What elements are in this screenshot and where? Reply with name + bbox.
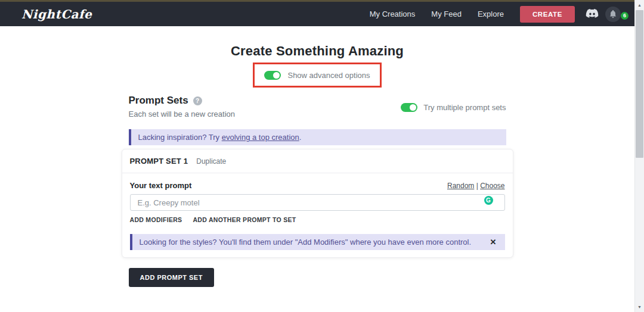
nav-link-my-creations[interactable]: My Creations — [370, 10, 416, 18]
page: NightCafe My Creations My Feed Explore C… — [0, 0, 634, 312]
close-icon[interactable]: ✕ — [489, 238, 498, 247]
advanced-options-label: Show advanced options — [287, 71, 370, 80]
styles-info-banner: Looking for the styles? You'll find them… — [130, 234, 505, 250]
add-modifiers-button[interactable]: ADD MODIFIERS — [130, 216, 182, 223]
prompt-set-card-header: PROMPT SET 1 Duplicate — [122, 149, 513, 173]
inspiration-text: Lacking inspiration? Try evolving a top … — [138, 133, 302, 142]
advanced-options-toggle[interactable] — [264, 71, 281, 80]
nightcafe-logo[interactable]: NightCafe — [21, 7, 92, 21]
prompt-label: Your text prompt — [130, 181, 192, 190]
prompt-sets-header: Prompt Sets ? Each set will be a new cre… — [129, 95, 506, 118]
evolve-top-creation-link[interactable]: evolving a top creation — [222, 133, 299, 142]
prompt-input-wrap: G — [130, 194, 505, 211]
multi-prompt-toggle-row: Try multiple prompt sets — [401, 103, 506, 112]
prompt-actions-row: ADD MODIFIERS ADD ANOTHER PROMPT TO SET — [130, 216, 505, 223]
nav-icons: 6 — [584, 7, 626, 22]
prompt-label-row: Your text prompt Random | Choose — [130, 181, 505, 190]
create-button[interactable]: CREATE — [520, 6, 575, 23]
scrollbar-down-icon[interactable]: ▼ — [635, 302, 644, 312]
inspiration-banner: Lacking inspiration? Try evolving a top … — [129, 129, 506, 145]
duplicate-link[interactable]: Duplicate — [196, 157, 226, 166]
nav-links: My Creations My Feed Explore — [370, 10, 504, 18]
notifications-bell-icon[interactable] — [605, 7, 621, 22]
prompt-links: Random | Choose — [447, 182, 505, 190]
scrollbar-thumb[interactable] — [636, 10, 643, 158]
prompt-set-card-body: Your text prompt Random | Choose G ADD M… — [122, 173, 513, 257]
try-multiple-prompt-sets-toggle[interactable] — [401, 103, 417, 112]
nav-link-explore[interactable]: Explore — [478, 10, 504, 18]
prompt-sets-title-block: Prompt Sets ? Each set will be a new cre… — [129, 95, 235, 118]
navbar: NightCafe My Creations My Feed Explore C… — [0, 2, 634, 26]
prompt-sets-subtitle: Each set will be a new creation — [129, 110, 235, 118]
prompt-input[interactable] — [130, 194, 505, 211]
page-scrollbar[interactable]: ▲ ▼ — [634, 0, 644, 312]
prompt-set-title: PROMPT SET 1 — [130, 157, 188, 166]
main-content: Create Something Amazing Show advanced o… — [122, 43, 513, 287]
grammarly-icon[interactable]: G — [484, 196, 493, 205]
choose-link[interactable]: Choose — [480, 182, 504, 190]
scrollbar-up-icon[interactable]: ▲ — [635, 0, 644, 10]
red-annotation-highlight: Show advanced options — [253, 63, 382, 88]
prompt-sets-title: Prompt Sets — [129, 95, 188, 107]
add-another-prompt-button[interactable]: ADD ANOTHER PROMPT TO SET — [193, 216, 296, 223]
prompt-set-card: PROMPT SET 1 Duplicate Your text prompt … — [122, 149, 513, 258]
page-title: Create Something Amazing — [122, 43, 513, 59]
discord-icon[interactable] — [584, 7, 600, 22]
notification-count-badge: 6 — [621, 12, 628, 20]
nav-link-my-feed[interactable]: My Feed — [431, 10, 462, 18]
add-prompt-set-button[interactable]: ADD PROMPT SET — [129, 268, 214, 287]
help-icon[interactable]: ? — [193, 96, 202, 105]
try-multiple-prompt-sets-label: Try multiple prompt sets — [423, 103, 506, 112]
styles-info-text: Looking for the styles? You'll find them… — [140, 238, 489, 247]
random-link[interactable]: Random — [447, 182, 474, 190]
